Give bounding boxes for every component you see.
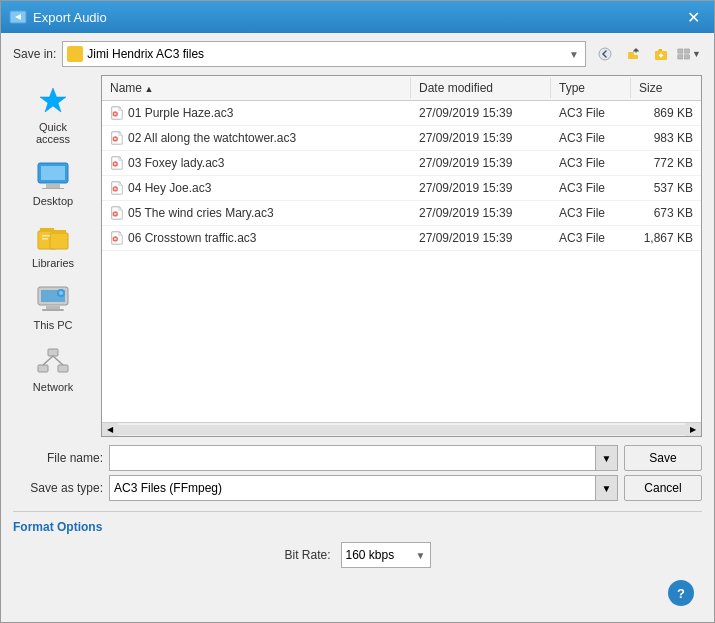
toolbar: ▼	[592, 41, 702, 67]
file-name-cell: 01 Purple Haze.ac3	[102, 103, 411, 123]
save-in-row: Save in: Jimi Hendrix AC3 files ▼	[13, 41, 702, 67]
file-type-cell: AC3 File	[551, 128, 631, 148]
combo-arrow: ▼	[567, 49, 581, 60]
cancel-button[interactable]: Cancel	[624, 475, 702, 501]
horizontal-scrollbar[interactable]: ◀ ▶	[102, 422, 701, 436]
save-in-label: Save in:	[13, 47, 56, 61]
back-button[interactable]	[592, 41, 618, 67]
file-size-cell: 1,867 KB	[631, 228, 701, 248]
libraries-label: Libraries	[32, 257, 74, 269]
file-name-cell: 02 All along the watchtower.ac3	[102, 128, 411, 148]
table-row[interactable]: 02 All along the watchtower.ac3 27/09/20…	[102, 126, 701, 151]
network-icon	[35, 343, 71, 379]
save-as-type-dropdown-arrow[interactable]: ▼	[595, 476, 617, 500]
file-size-cell: 869 KB	[631, 103, 701, 123]
folder-icon	[67, 46, 83, 62]
scroll-left-btn[interactable]: ◀	[102, 423, 118, 437]
file-type-cell: AC3 File	[551, 103, 631, 123]
file-list-area: Name Date modified Type Size 01 Purple H…	[101, 75, 702, 437]
file-list-body: 01 Purple Haze.ac3 27/09/2019 15:39 AC3 …	[102, 101, 701, 422]
title-bar: Export Audio ✕	[1, 1, 714, 33]
ac3-file-icon	[110, 106, 124, 120]
svg-rect-3	[628, 52, 634, 55]
svg-rect-2	[628, 55, 638, 59]
ac3-file-icon	[110, 206, 124, 220]
file-name-dropdown-arrow[interactable]: ▼	[595, 446, 617, 470]
file-name-row: File name: ▼ Save	[13, 445, 702, 471]
this-pc-label: This PC	[33, 319, 72, 331]
ac3-file-icon	[110, 231, 124, 245]
save-as-type-label: Save as type:	[13, 481, 103, 495]
sidebar-item-this-pc[interactable]: This PC	[15, 277, 91, 335]
column-date[interactable]: Date modified	[411, 78, 551, 98]
new-folder-button[interactable]	[648, 41, 674, 67]
table-row[interactable]: 03 Foxey lady.ac3 27/09/2019 15:39 AC3 F…	[102, 151, 701, 176]
table-row[interactable]: 06 Crosstown traffic.ac3 27/09/2019 15:3…	[102, 226, 701, 251]
svg-rect-8	[685, 55, 690, 59]
sidebar: Quick access Desktop	[13, 75, 93, 437]
sidebar-item-network[interactable]: Network	[15, 339, 91, 397]
svg-rect-17	[52, 230, 66, 233]
sidebar-item-quick-access[interactable]: Quick access	[15, 79, 91, 149]
column-name[interactable]: Name	[102, 78, 411, 98]
file-type-cell: AC3 File	[551, 203, 631, 223]
bitrate-dropdown-arrow: ▼	[416, 550, 426, 561]
bitrate-value: 160 kbps	[346, 548, 416, 562]
quick-access-icon	[35, 83, 71, 119]
file-type-cell: AC3 File	[551, 153, 631, 173]
file-list-header: Name Date modified Type Size	[102, 76, 701, 101]
file-size-cell: 537 KB	[631, 178, 701, 198]
close-button[interactable]: ✕	[680, 4, 706, 30]
file-name-input[interactable]	[110, 446, 595, 470]
save-in-combo[interactable]: Jimi Hendrix AC3 files ▼	[62, 41, 586, 67]
bitrate-select[interactable]: 160 kbps ▼	[341, 542, 431, 568]
svg-rect-13	[42, 188, 64, 189]
file-name-cell: 06 Crosstown traffic.ac3	[102, 228, 411, 248]
help-button[interactable]: ?	[668, 580, 694, 606]
svg-point-1	[599, 48, 611, 60]
file-date-cell: 27/09/2019 15:39	[411, 178, 551, 198]
file-date-cell: 27/09/2019 15:39	[411, 128, 551, 148]
format-section: Format Options Bit Rate: 160 kbps ▼	[13, 511, 702, 568]
file-name-input-wrapper: ▼	[109, 445, 618, 471]
file-size-cell: 673 KB	[631, 203, 701, 223]
dialog-title: Export Audio	[33, 10, 680, 25]
format-title: Format Options	[13, 520, 102, 534]
ac3-file-icon	[110, 156, 124, 170]
svg-rect-27	[38, 365, 48, 372]
file-name-cell: 03 Foxey lady.ac3	[102, 153, 411, 173]
column-type[interactable]: Type	[551, 78, 631, 98]
svg-rect-12	[46, 184, 60, 188]
desktop-label: Desktop	[33, 195, 73, 207]
main-area: Quick access Desktop	[13, 75, 702, 437]
file-size-cell: 983 KB	[631, 128, 701, 148]
file-date-cell: 27/09/2019 15:39	[411, 203, 551, 223]
view-icon	[677, 47, 692, 61]
folder-name: Jimi Hendrix AC3 files	[87, 47, 567, 61]
column-size[interactable]: Size	[631, 78, 701, 98]
svg-point-25	[59, 291, 63, 295]
up-button[interactable]	[620, 41, 646, 67]
svg-line-29	[43, 356, 53, 365]
sidebar-item-desktop[interactable]: Desktop	[15, 153, 91, 211]
table-row[interactable]: 04 Hey Joe.ac3 27/09/2019 15:39 AC3 File…	[102, 176, 701, 201]
view-button[interactable]: ▼	[676, 41, 702, 67]
ac3-file-icon	[110, 181, 124, 195]
scroll-right-btn[interactable]: ▶	[685, 423, 701, 437]
file-type-cell: AC3 File	[551, 178, 631, 198]
file-date-cell: 27/09/2019 15:39	[411, 228, 551, 248]
save-as-type-row: Save as type: AC3 Files (FFmpeg) ▼ Cance…	[13, 475, 702, 501]
svg-rect-28	[58, 365, 68, 372]
save-button[interactable]: Save	[624, 445, 702, 471]
scroll-track[interactable]	[118, 425, 685, 435]
file-name-label: File name:	[13, 451, 103, 465]
file-date-cell: 27/09/2019 15:39	[411, 103, 551, 123]
file-date-cell: 27/09/2019 15:39	[411, 153, 551, 173]
table-row[interactable]: 05 The wind cries Mary.ac3 27/09/2019 15…	[102, 201, 701, 226]
file-name-cell: 05 The wind cries Mary.ac3	[102, 203, 411, 223]
file-name-cell: 04 Hey Joe.ac3	[102, 178, 411, 198]
table-row[interactable]: 01 Purple Haze.ac3 27/09/2019 15:39 AC3 …	[102, 101, 701, 126]
svg-rect-23	[42, 309, 64, 311]
dialog-body: Save in: Jimi Hendrix AC3 files ▼	[1, 33, 714, 622]
sidebar-item-libraries[interactable]: Libraries	[15, 215, 91, 273]
